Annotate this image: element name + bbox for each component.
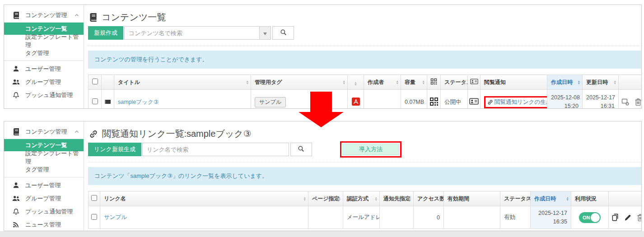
qr-code-icon [429,101,439,107]
sidebar-item-label: タグ管理 [25,49,49,57]
users-icon [12,195,20,202]
filetype-cell [348,90,364,109]
sidebar-item-label: グループ管理 [25,78,61,86]
tag-badge: サンプル [255,97,286,107]
sidebar-item-push-notification-management[interactable]: プッシュ通知管理 [4,88,84,102]
sidebar-item-content-management[interactable]: コンテンツ管理 [4,9,84,23]
viewer-cell[interactable] [468,90,481,109]
select-all-checkbox[interactable] [91,195,97,201]
updated-cell: 2025-12-17 16:31 [583,90,619,109]
notify-link-list-screen: コンテンツ管理 コンテンツ一覧 設定テンプレート管理 タグ管理 ユーザー管理 グ… [4,121,642,231]
column-header-author[interactable]: 作成者 [364,75,401,90]
page-cell [308,206,343,229]
column-header-page[interactable]: ページ指定 [308,191,343,206]
toggle-knob [591,213,600,222]
column-header-status[interactable]: ステータス [500,191,531,206]
size-cell: 0.07MB [401,90,427,109]
red-down-arrow [299,92,344,127]
duplicate-gear-icon[interactable] [620,98,631,106]
row-checkbox[interactable] [91,214,97,220]
access-count-cell: 0 [414,206,444,229]
table-row: sampleブック③ サンプル 0.07MB 公開中 閲覧通知リンクの生成 [89,90,642,109]
create-link-button[interactable]: リンク新規生成 [88,143,141,156]
column-header-auth[interactable]: 認証方式 [343,191,380,206]
page-title: コンテンツ一覧 [89,11,642,23]
column-header-updated[interactable]: 更新日時 [583,75,619,90]
row-checkbox[interactable] [92,98,98,104]
sidebar-item-label: プッシュ通知管理 [25,208,73,216]
link-table: リンク名 ページ指定 認証方式 通知先指定 アクセス数 有効期間 ステータス 作… [88,191,642,229]
author-cell [364,90,401,109]
bell-icon [12,208,20,215]
users-icon [12,78,20,86]
book-icon [89,13,98,22]
column-header-viewer [468,75,481,90]
column-header-created[interactable]: 作成日時 [531,191,571,206]
sort-icon [578,80,580,84]
sidebar-item-group-management[interactable]: グループ管理 [4,192,84,205]
sort-icon [343,80,345,84]
table-header-row: リンク名 ページ指定 認証方式 通知先指定 アクセス数 有効期間 ステータス 作… [89,191,642,206]
trash-icon[interactable] [635,214,642,222]
column-header-title[interactable]: タイトル [114,75,251,90]
info-text: コンテンツの管理を行うことができます。 [94,56,208,64]
column-header-access[interactable]: アクセス数 [414,191,444,206]
search-button[interactable] [290,143,312,156]
sidebar-item-user-management[interactable]: ユーザー管理 [4,179,84,192]
generate-notify-link[interactable]: 閲覧通知リンクの生成 [495,98,547,106]
search-dropdown-toggle[interactable] [259,27,271,39]
sort-icon [338,196,341,201]
usage-toggle[interactable]: ON [579,212,601,223]
sort-icon [375,196,378,201]
sidebar-divider [4,60,84,61]
link-name-link[interactable]: サンプル [104,214,127,220]
column-header-notify-to[interactable]: 通知先指定 [380,191,414,206]
sidebar-item-user-management[interactable]: ユーザー管理 [4,62,84,75]
bell-icon [12,91,20,99]
sidebar-item-label: コンテンツ一覧 [25,25,67,33]
content-title-link[interactable]: sampleブック③ [118,99,159,105]
trash-icon[interactable] [633,98,642,106]
sidebar-item-label: コンテンツ一覧 [25,141,67,149]
sidebar-item-content-management[interactable]: コンテンツ管理 [4,125,84,139]
sidebar-item-news-management[interactable]: ニュース管理 [4,218,84,231]
divider [88,46,642,46]
book-icon [12,128,20,136]
create-button[interactable]: 新規作成 [88,26,123,40]
sort-icon [439,196,442,201]
column-header-created[interactable]: 作成日時 [547,75,583,90]
thumbnail-image [105,100,111,104]
annotation-red-box: 閲覧通知リンクの生成 [484,96,547,108]
sidebar-item-template-management[interactable]: 設定テンプレート管理 [4,35,84,47]
sort-icon [566,196,569,201]
search-input[interactable] [125,27,259,39]
pencil-icon[interactable] [622,214,633,221]
column-header-tag[interactable]: 管理用タグ [251,75,348,90]
sort-icon [614,80,616,84]
search-input[interactable] [143,143,289,156]
qr-code-icon [430,80,437,86]
sidebar-item-push-notification-management[interactable]: プッシュ通知管理 [4,205,84,218]
toolbar: リンク新規生成 導入方法 [88,143,642,156]
qr-cell[interactable] [427,90,441,109]
sidebar-item-group-management[interactable]: グループ管理 [4,75,84,88]
column-header-status[interactable]: ステータス [441,75,468,90]
sidebar: コンテンツ管理 コンテンツ一覧 設定テンプレート管理 タグ管理 ユーザー管理 グ… [4,5,84,108]
search-button[interactable] [272,26,294,40]
column-header-filetype[interactable] [348,75,364,90]
column-header-link-name[interactable]: リンク名 [100,191,308,206]
howto-button[interactable]: 導入方法 [342,144,399,155]
sort-icon [303,196,306,201]
sidebar-item-template-management[interactable]: 設定テンプレート管理 [4,151,84,163]
column-header-size[interactable]: 容量 [401,75,427,90]
sort-icon [409,196,411,201]
link-chain-icon [487,99,493,105]
sidebar-item-label: ユーザー管理 [25,181,61,190]
book-icon [12,12,20,19]
created-cell: 2025-12-17 16:35 [531,206,571,229]
id-card-icon [470,79,478,86]
sidebar-item-label: コンテンツ管理 [25,11,67,19]
copy-icon[interactable] [610,214,621,221]
sort-icon [396,80,399,84]
select-all-checkbox[interactable] [92,79,98,84]
